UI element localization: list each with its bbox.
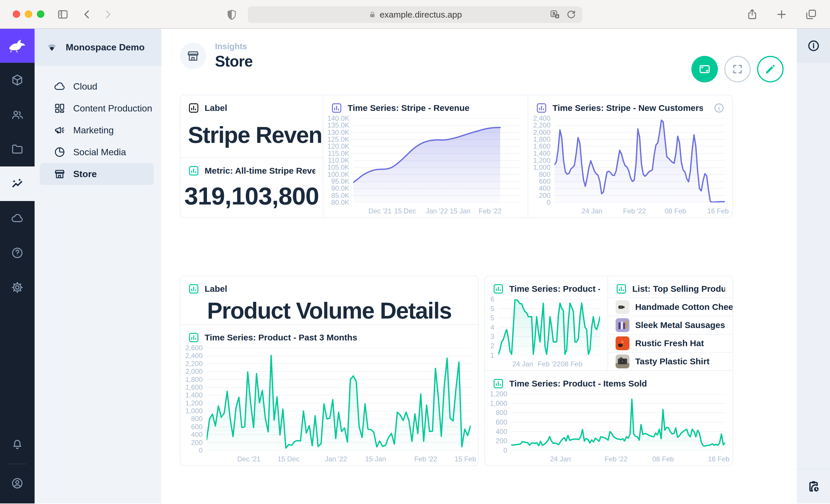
sidebar-item-label: Social Media [73,147,126,158]
traffic-lights [13,10,44,18]
sidebar-item-social-media[interactable]: Social Media [40,141,154,163]
url-text: example.directus.app [380,10,462,20]
product-name: Handmade Cotton Cheese [635,302,733,312]
module-bar [0,29,35,503]
browser-sidebar-icon[interactable] [57,8,69,21]
dashboard-icon [54,102,66,114]
browser-toolbar: example.directus.app [0,0,830,29]
panel-chart-icon [331,102,342,114]
panel-label-product-volume: Label Product Volume Details [181,276,478,324]
panel-chart-icon [615,283,627,295]
module-settings-icon[interactable] [0,270,35,305]
module-files-icon[interactable] [0,132,35,166]
panel-chart-icon [188,332,199,343]
list-item[interactable]: Sleek Metal Sausages [608,316,733,334]
right-sidebar [797,29,830,503]
module-users-icon[interactable] [0,97,35,132]
panel-metric-revenues: Metric: All-time Stripe Revenues 319,103… [181,158,323,217]
y-axis: 2,6002,4002,2002,0001,8001,6001,4001,200… [183,348,206,450]
panel-title: Metric: All-time Stripe Revenues [204,166,315,176]
privacy-shield-icon[interactable] [225,9,238,21]
list-item[interactable]: Handmade Cotton Cheese [608,298,733,316]
panel-title: Time Series: Product - Restocks [509,284,600,294]
module-help-icon[interactable] [0,236,35,270]
sidebar-item-store[interactable]: Store [40,163,154,185]
panel-title: Time Series: Stripe - Revenue [348,103,470,113]
lock-icon [368,10,377,19]
panel-items-sold-chart: Time Series: Product - Items Sold 1,2001… [485,371,733,465]
module-cloud-icon[interactable] [0,201,35,236]
panel-past-3-months-chart: Time Series: Product - Past 3 Months 2,6… [181,325,478,465]
y-axis: 1,2001,0008006004002000 [488,394,511,450]
restocks-chart: 6554321 24 JanFeb '2208 Feb [485,298,608,370]
sidebar-item-content-production[interactable]: Content Production [40,97,154,119]
product-name: Rustic Fresh Hat [635,338,704,348]
info-sidebar-button[interactable] [797,29,830,63]
x-axis: 24 JanFeb '2208 Feb16 Feb [511,450,725,463]
page-title: Store [215,53,252,70]
top-products-list: Handmade Cotton Cheese Sleek Metal Sausa… [608,298,733,370]
x-axis: Dec '2115 DecJan '2215 JanFeb '22 [353,202,520,215]
fullscreen-button[interactable] [724,56,751,82]
browser-forward-icon[interactable] [101,8,114,21]
panel-chart-icon [536,102,547,114]
list-item[interactable]: Tasty Plastic Shirt [608,352,733,370]
label-text: Stripe Revenues [181,116,323,158]
pie-chart-icon [54,146,66,158]
minimize-window-button[interactable] [25,10,32,18]
page-icon-button[interactable] [180,43,206,69]
tab-overview-icon[interactable] [805,8,817,21]
activity-log-button[interactable] [797,469,830,503]
sidebar-item-cloud[interactable]: Cloud [40,75,154,97]
auto-refresh-button[interactable] [691,56,718,82]
list-item[interactable]: Rustic Fresh Hat [608,334,733,352]
panel-title: Time Series: Product - Items Sold [509,379,647,389]
plot-area [206,348,471,450]
translate-icon[interactable] [549,9,561,21]
info-icon[interactable] [713,102,725,114]
close-window-button[interactable] [13,10,20,18]
dashboard-row-1: Label Stripe Revenues Metric: All-time S… [180,95,733,218]
plot-area [511,394,725,450]
product-thumbnail [615,336,630,350]
user-avatar-icon[interactable] [0,466,35,501]
project-header[interactable]: Monospace Demo [35,29,161,66]
panel-top-selling-products: List: Top Selling Products Handmade Cott… [608,276,733,370]
new-tab-icon[interactable] [775,8,788,21]
share-icon[interactable] [746,8,759,21]
x-axis: 24 JanFeb '2208 Feb [498,356,600,368]
browser-back-icon[interactable] [81,8,93,21]
module-content-icon[interactable] [0,63,35,97]
sidebar-item-marketing[interactable]: Marketing [40,119,154,141]
x-axis: 24 JanFeb '2208 Feb16 Feb [554,202,725,215]
directus-logo[interactable] [0,29,35,63]
megaphone-icon [54,124,66,136]
plot-area [498,299,600,356]
panel-title: Label [204,103,227,113]
edit-button[interactable] [757,56,784,82]
panel-chart-icon [492,378,504,390]
address-bar[interactable]: example.directus.app [248,6,582,23]
module-bar-divider [8,464,27,464]
reload-icon[interactable] [566,9,577,21]
breadcrumb[interactable]: Insights [215,42,252,51]
sidebar-item-label: Marketing [73,125,114,136]
panel-stripe-revenue-chart: Time Series: Stripe - Revenue 140.0K135.… [323,95,528,217]
notifications-bell-icon[interactable] [0,427,35,462]
panel-chart-icon [492,283,504,295]
main-content: Insights Store [161,29,797,503]
navigation-sidebar: Monospace Demo Cloud Content Production … [35,29,161,503]
y-axis: 140.0K135.0K130.0K125.0K120.0K115.0K110.… [326,119,353,202]
panel-restocks-chart: Time Series: Product - Restocks 6554321 … [485,276,608,370]
module-insights-icon[interactable] [0,166,35,201]
zoom-window-button[interactable] [37,10,44,18]
panel-label-stripe: Label Stripe Revenues [181,95,323,158]
plot-area [554,119,725,202]
project-status-icon [45,41,58,54]
panel-title: List: Top Selling Products [632,284,725,294]
panel-chart-icon [188,283,199,295]
panel-chart-icon [188,102,199,114]
info-icon [807,39,820,53]
storefront-icon [186,49,200,63]
panel-title: Label [204,284,227,294]
